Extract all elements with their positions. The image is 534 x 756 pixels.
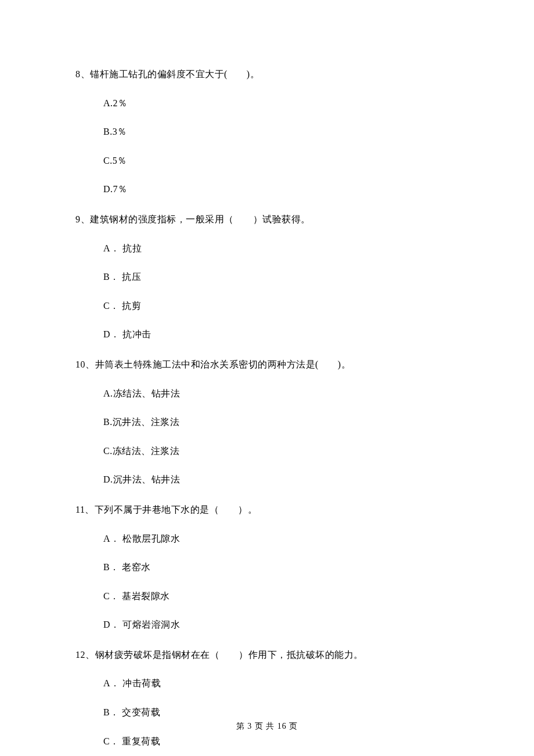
question-number: 12、 (75, 650, 95, 660)
option-d: D． 可熔岩溶洞水 (103, 617, 459, 632)
question-stem: 钢材疲劳破坏是指钢材在在（ ）作用下，抵抗破坏的能力。 (95, 650, 363, 660)
question-text: 9、建筑钢材的强度指标，一般采用（ ）试验获得。 (75, 212, 459, 227)
question-number: 11、 (75, 505, 95, 514)
question-11: 11、下列不属于井巷地下水的是（ ）。 A． 松散层孔隙水 B． 老窑水 C． … (75, 502, 459, 632)
options: A.冻结法、钻井法 B.沉井法、注浆法 C.冻结法、注浆法 D.沉井法、钻井法 (75, 386, 459, 487)
page: 8、锚杆施工钻孔的偏斜度不宜大于( )。 A.2％ B.3％ C.5％ D.7％… (0, 0, 534, 756)
question-text: 11、下列不属于井巷地下水的是（ ）。 (75, 502, 459, 517)
option-c: C.5％ (103, 153, 459, 168)
option-c: C． 重复荷载 (103, 734, 459, 749)
option-a: A． 抗拉 (103, 241, 459, 256)
option-a: A.2％ (103, 96, 459, 111)
option-d: D.沉井法、钻井法 (103, 472, 459, 487)
option-a: A.冻结法、钻井法 (103, 386, 459, 401)
question-9: 9、建筑钢材的强度指标，一般采用（ ）试验获得。 A． 抗拉 B． 抗压 C． … (75, 212, 459, 342)
question-stem: 锚杆施工钻孔的偏斜度不宜大于( )。 (90, 69, 259, 79)
question-12: 12、钢材疲劳破坏是指钢材在在（ ）作用下，抵抗破坏的能力。 A． 冲击荷载 B… (75, 647, 459, 756)
question-text: 10、井筒表土特殊施工法中和治水关系密切的两种方法是( )。 (75, 357, 459, 372)
option-a: A． 冲击荷载 (103, 676, 459, 691)
options: A． 冲击荷载 B． 交变荷载 C． 重复荷载 D． 恒定荷载 (75, 676, 459, 756)
option-b: B． 老窑水 (103, 560, 459, 575)
option-c: C． 抗剪 (103, 298, 459, 314)
question-text: 8、锚杆施工钻孔的偏斜度不宜大于( )。 (75, 67, 459, 82)
option-c: C． 基岩裂隙水 (103, 589, 459, 604)
option-b: B． 交变荷载 (103, 705, 459, 720)
question-text: 12、钢材疲劳破坏是指钢材在在（ ）作用下，抵抗破坏的能力。 (75, 647, 459, 663)
option-d: D.7％ (103, 182, 459, 197)
option-b: B.沉井法、注浆法 (103, 415, 459, 430)
option-d: D． 抗冲击 (103, 327, 459, 342)
option-c: C.冻结法、注浆法 (103, 444, 459, 459)
option-b: B． 抗压 (103, 269, 459, 285)
option-b: B.3％ (103, 124, 459, 139)
question-stem: 建筑钢材的强度指标，一般采用（ ）试验获得。 (90, 214, 311, 224)
options: A.2％ B.3％ C.5％ D.7％ (75, 96, 459, 197)
page-footer: 第 3 页 共 16 页 (0, 721, 534, 732)
question-number: 10、 (75, 359, 95, 369)
question-number: 8、 (75, 69, 90, 79)
question-number: 9、 (75, 214, 90, 224)
question-stem: 井筒表土特殊施工法中和治水关系密切的两种方法是( )。 (95, 359, 351, 369)
question-10: 10、井筒表土特殊施工法中和治水关系密切的两种方法是( )。 A.冻结法、钻井法… (75, 357, 459, 487)
question-8: 8、锚杆施工钻孔的偏斜度不宜大于( )。 A.2％ B.3％ C.5％ D.7％ (75, 67, 459, 197)
options: A． 松散层孔隙水 B． 老窑水 C． 基岩裂隙水 D． 可熔岩溶洞水 (75, 531, 459, 632)
option-a: A． 松散层孔隙水 (103, 531, 459, 546)
question-stem: 下列不属于井巷地下水的是（ ）。 (95, 505, 258, 514)
options: A． 抗拉 B． 抗压 C． 抗剪 D． 抗冲击 (75, 241, 459, 342)
